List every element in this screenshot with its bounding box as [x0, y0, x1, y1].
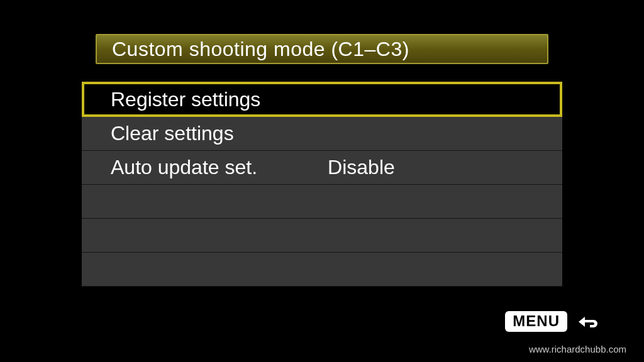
menu-item-label: Register settings [111, 88, 260, 111]
menu-item-label: Clear settings [111, 122, 234, 145]
title-bar: Custom shooting mode (C1–C3) [96, 34, 548, 64]
menu-item-clear-settings[interactable]: Clear settings [82, 117, 562, 151]
footer-hint: MENU [505, 311, 600, 332]
menu-item-value: Disable [328, 156, 395, 179]
menu-button[interactable]: MENU [505, 311, 567, 332]
page-title: Custom shooting mode (C1–C3) [112, 38, 409, 61]
menu-item-label: Auto update set. [111, 156, 257, 179]
menu-item-empty [82, 253, 562, 287]
back-icon[interactable] [575, 313, 600, 331]
menu-item-auto-update[interactable]: Auto update set. Disable [82, 151, 562, 185]
camera-menu-screen: Custom shooting mode (C1–C3) Register se… [0, 0, 644, 362]
menu-item-register-settings[interactable]: Register settings [82, 82, 562, 117]
menu-item-empty [82, 185, 562, 219]
menu-list: Register settings Clear settings Auto up… [82, 82, 562, 287]
menu-item-empty [82, 219, 562, 253]
watermark: www.richardchubb.com [529, 344, 626, 354]
